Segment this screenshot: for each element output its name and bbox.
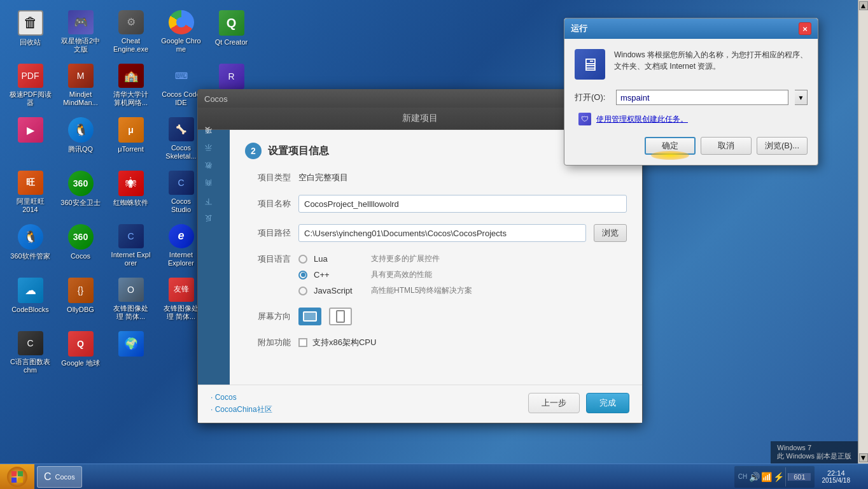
project-path-row: 项目路径 浏览 [245,224,627,242]
olly-label: 友锋图像处 理 简体... [109,304,152,321]
qt-icon: Q [219,10,244,36]
run-ok-button[interactable]: 确定 [645,137,696,155]
game-icon: 🎮 [68,10,94,34]
radasm-icon: R [219,64,244,89]
cocos-link-2[interactable]: · CocoaChina社区 [211,404,522,415]
desktop-icon-tsinghua[interactable]: 🏫 清华大学计算机网络... [107,60,155,111]
desktop-icon-tencent[interactable]: 🐧 360软件管家 [6,220,54,271]
cocos-link-1[interactable]: · Cocos [211,393,522,402]
lua-name: Lua [314,254,365,264]
taskbar-cocos-item[interactable]: C Cocos [37,466,82,488]
desktop-icon-olly[interactable]: O 友锋图像处 理 简体... [107,274,155,325]
sidebar-item-2[interactable]: 教 [201,172,216,177]
desktop-icon-qt[interactable]: Q Qt Creator [207,6,255,57]
landscape-orientation-button[interactable] [298,308,321,325]
photoshop-icon: 友锋 [169,278,194,302]
cpp-option: C++ 具有更高效的性能 [298,269,472,280]
cpp-radio[interactable] [298,271,307,280]
sidebar-item-3[interactable]: 商 [201,190,216,195]
run-admin-text[interactable]: 使用管理权限创建此任务。 [596,114,688,125]
desktop-icon-codeblocks[interactable]: {} OllyDBG [57,274,104,325]
project-type-row: 项目类型 空白完整项目 [245,172,627,183]
tray-label-ch: CH [738,473,747,480]
portrait-orientation-button[interactable] [329,308,352,325]
taskbar-clock[interactable]: 22:14 2015/4/18 [817,468,856,485]
qt-label: Qt Creator [215,38,248,46]
chrome-label: Google Chrome [160,37,202,53]
sidebar-item-5[interactable]: 反 [201,225,216,230]
desktop-icon-recycle[interactable]: 🗑 回收站 [6,6,54,57]
desktop-icon-game[interactable]: 🎮 双星物语2中文版 [57,6,104,57]
desktop-icon-redspider[interactable]: 🕷 红蜘蛛软件 [107,167,155,218]
path-label: 项目路径 [245,227,291,239]
desktop-icon-clang[interactable]: C C语言图数表chm [6,327,54,378]
show-desktop-btn[interactable] [858,464,863,489]
type-label: 项目类型 [245,172,291,183]
alibaba-label: 阿里旺旺2014 [17,197,45,214]
redspider-icon: 🕷 [118,171,144,196]
type-value: 空白完整项目 [298,172,348,183]
desktop-icon-alibaba[interactable]: 旺 阿里旺旺2014 [6,167,54,218]
360soft-label: Cocos [71,252,90,260]
desktop-icon-chrome[interactable]: Google Chrome [157,6,205,57]
js-radio[interactable] [298,287,307,295]
desktop-icon-mindjet[interactable]: M MindjetMindMan... [57,60,104,111]
scrollbar-up[interactable]: ▲ [859,1,868,10]
run-cancel-button[interactable]: 取消 [701,137,752,155]
windows-version: Windows 7 [777,444,851,451]
cocos-code-label: Cocos CodeIDE [162,90,200,107]
sidebar-item-1[interactable]: 示 [201,154,216,159]
run-admin-row: 🛡 使用管理权限创建此任务。 [578,113,808,125]
notification-area[interactable]: 601 [788,473,810,481]
desktop-icon-360cloud[interactable]: ☁ CodeBlocks [6,274,54,325]
taskbar-cocos-label: Cocos [55,473,75,481]
taskbar-items: C Cocos [34,464,729,489]
sidebar-item-0[interactable]: 项 [201,136,216,141]
run-dialog-icon: 🖥 [575,49,605,80]
mindjet-icon: M [68,64,94,88]
project-path-input[interactable] [298,224,586,242]
project-name-input[interactable] [298,195,627,213]
run-open-input[interactable] [616,90,788,105]
mindjet-label: MindjetMindMan... [63,90,97,107]
pdf-icon: PDF [18,64,43,88]
scrollbar-down[interactable]: ▼ [859,453,868,462]
start-button[interactable] [0,464,34,490]
js-option: JavaScript 高性能HTML5跨终端解决方案 [298,285,472,296]
sidebar-item-4[interactable]: 下 [201,208,216,213]
project-name-row: 项目名称 [245,195,627,213]
run-dialog-body: 🖥 Windows 将根据您所输入的名称，为您打开相应的程序、 文件夹、文档或 … [564,39,818,165]
desktop-icon-cheat[interactable]: ⚙ CheatEngine.exe [107,6,155,57]
torrent-label: μTorrent [118,145,144,153]
360cloud-icon: ☁ [18,278,43,303]
desktop-icon-qexe[interactable]: Q Google 地球 [57,327,104,378]
desktop-icon-360soft[interactable]: 360 Cocos [57,220,104,271]
desktop-icon-360[interactable]: 360 360安全卫士 [57,167,104,218]
scrollbar-track [859,10,868,453]
desktop-icon-qq[interactable]: 🐧 腾讯QQ [57,113,104,164]
prev-step-button[interactable]: 上一步 [528,393,580,413]
tray-icon-2: 📶 [761,472,771,482]
path-browse-button[interactable]: 浏览 [594,224,627,242]
lua-option: Lua 支持更多的扩展控件 [298,253,472,264]
pdf-label: 极速PDF阅读器 [10,90,52,107]
windows-activation: Windows 7 此 Windows 副本是正版 [771,441,858,464]
extra-label: 附加功能 [245,337,291,348]
clock-date: 2015/4/18 [822,477,851,484]
desktop-icon-pdf[interactable]: PDF 极速PDF阅读器 [6,60,54,111]
lua-radio[interactable] [298,255,307,264]
desktop-icon-torrent[interactable]: μ μTorrent [107,113,155,164]
finish-button[interactable]: 完成 [586,393,629,413]
run-dropdown-arrow[interactable]: ▼ [795,90,808,105]
extra-row: 附加功能 支持x86架构CPU [245,337,627,348]
run-description: Windows 将根据您所输入的名称，为您打开相应的程序、 文件夹、文档或 In… [614,49,808,72]
orientation-label: 屏幕方向 [245,311,291,322]
cocos-main-content: 2 设置项目信息 项目类型 空白完整项目 项目名称 项目路径 浏览 [230,130,642,385]
desktop-icon-earth[interactable]: 🌍 [107,327,155,378]
ie-icon: e [169,224,194,248]
run-close-button[interactable]: × [799,22,811,35]
run-browse-button[interactable]: 浏览(B)... [757,137,808,155]
desktop-icon-cocos2[interactable]: C Internet Explorer [107,220,155,271]
x86-checkbox[interactable] [298,338,307,347]
desktop-icon-unknown[interactable]: ▶ [6,113,54,164]
